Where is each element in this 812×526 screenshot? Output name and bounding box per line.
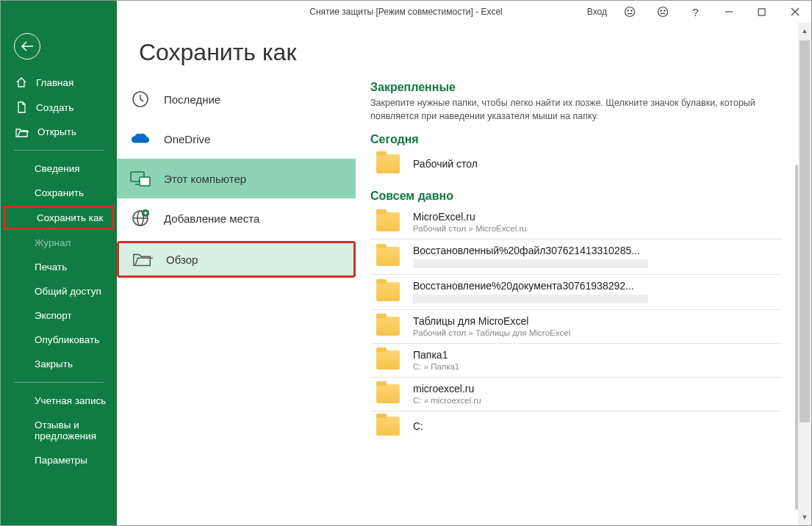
location-label: Этот компьютер <box>164 173 246 185</box>
location-recent[interactable]: Последние <box>117 79 356 119</box>
sidebar-feedback[interactable]: Отзывы и предложения <box>1 413 117 448</box>
location-onedrive[interactable]: OneDrive <box>117 119 356 159</box>
pinned-header: Закрепленные <box>370 81 782 94</box>
sidebar-account[interactable]: Учетная запись <box>1 389 117 413</box>
folder-icon <box>376 384 400 403</box>
scroll-up-icon[interactable]: ▲ <box>798 24 811 37</box>
folder-row[interactable]: microexcel.ruC: » microexcel.ru <box>370 378 782 411</box>
location-label: Обзор <box>166 253 198 266</box>
folder-row[interactable]: Восстановленный%20файл307621413310285... <box>370 239 782 275</box>
older-header: Совсем давно <box>370 190 782 203</box>
help-button[interactable]: ? <box>679 1 712 23</box>
scroll-down-icon[interactable]: ▼ <box>798 511 811 524</box>
scroll-thumb[interactable] <box>800 40 810 422</box>
sidebar-export[interactable]: Экспорт <box>1 303 117 328</box>
location-add-place[interactable]: Добавление места <box>117 198 356 238</box>
frown-feedback-icon[interactable] <box>646 1 679 23</box>
sidebar-info[interactable]: Сведения <box>1 156 117 181</box>
folder-text: Восстановленный%20файл307621413310285... <box>413 245 648 268</box>
svg-point-2 <box>630 10 631 11</box>
folder-path-redacted <box>413 259 648 268</box>
sidebar-open[interactable]: Открыть <box>1 120 117 144</box>
folder-name: MicroExcel.ru <box>413 211 527 223</box>
folder-row[interactable]: Рабочий стол <box>370 149 782 179</box>
location-label: Последние <box>164 93 220 106</box>
sidebar-options[interactable]: Параметры <box>1 448 117 472</box>
folder-icon <box>376 212 400 231</box>
sidebar-label: Создать <box>36 102 73 113</box>
window-scrollbar[interactable]: ▲ ▼ <box>798 23 811 525</box>
folder-name: Таблицы для MicroExcel <box>413 315 570 327</box>
folder-name: C: <box>413 420 423 432</box>
today-header: Сегодня <box>370 133 782 146</box>
location-list: Последние OneDrive Этот компьютер Добавл… <box>117 76 370 525</box>
folder-path: C: » microexcel.ru <box>413 396 481 405</box>
sidebar-save-as[interactable]: Сохранить как <box>4 206 114 230</box>
main-panel: Сохранить как Последние OneDrive Этот ко… <box>117 23 811 525</box>
svg-point-3 <box>658 7 667 17</box>
svg-point-5 <box>664 10 664 11</box>
svg-point-0 <box>625 7 634 17</box>
folder-text: Папка1C: » Папка1 <box>413 349 459 371</box>
folder-text: Рабочий стол <box>413 158 478 170</box>
folder-text: Восстановление%20документа30761938292... <box>413 280 648 303</box>
location-label: Добавление места <box>164 212 259 225</box>
maximize-button[interactable] <box>745 1 778 23</box>
sidebar-close[interactable]: Закрыть <box>1 352 117 376</box>
folder-row[interactable]: C: <box>370 411 782 442</box>
back-button[interactable] <box>14 33 40 60</box>
sidebar-label: Открыть <box>37 126 76 137</box>
folder-name: Рабочий стол <box>413 158 478 170</box>
clock-icon <box>130 89 151 109</box>
location-label: OneDrive <box>164 133 210 145</box>
folder-text: C: <box>413 420 423 432</box>
folder-icon <box>376 350 400 370</box>
folder-row[interactable]: MicroExcel.ruРабочий стол » MicroExcel.r… <box>370 206 782 239</box>
folder-path: Рабочий стол » MicroExcel.ru <box>413 224 527 233</box>
folder-name: Восстановление%20документа30761938292... <box>413 280 648 292</box>
close-button[interactable] <box>778 1 811 23</box>
svg-rect-12 <box>140 177 150 186</box>
folder-icon <box>376 317 400 336</box>
sidebar-new[interactable]: Создать <box>1 95 117 120</box>
minimize-button[interactable] <box>712 1 745 23</box>
folder-icon <box>376 247 400 266</box>
pinned-description: Закрепите нужные папки, чтобы легко найт… <box>370 97 782 123</box>
folder-path-redacted <box>413 295 648 303</box>
sidebar-separator <box>14 382 104 383</box>
sidebar-share[interactable]: Общий доступ <box>1 279 117 303</box>
folder-list: Закрепленные Закрепите нужные папки, что… <box>370 76 811 525</box>
sidebar-home[interactable]: Главная <box>1 70 117 95</box>
folder-text: MicroExcel.ruРабочий стол » MicroExcel.r… <box>413 211 527 233</box>
location-browse[interactable]: Обзор <box>117 241 356 278</box>
sidebar-separator <box>14 150 104 151</box>
folder-name: microexcel.ru <box>413 383 481 394</box>
folder-text: Таблицы для MicroExcelРабочий стол » Таб… <box>413 315 570 337</box>
folder-name: Восстановленный%20файл307621413310285... <box>413 245 648 256</box>
sidebar-publish[interactable]: Опубликовать <box>1 328 117 352</box>
folder-path: Рабочий стол » Таблицы для MicroExcel <box>413 328 570 337</box>
folder-path: C: » Папка1 <box>413 362 459 371</box>
add-place-icon <box>130 208 151 228</box>
sidebar-history: Журнал <box>1 231 117 255</box>
svg-point-1 <box>627 10 628 11</box>
folder-icon <box>376 154 400 173</box>
document-title: Снятие защиты [Режим совместимости] - Ex… <box>309 7 503 17</box>
location-this-pc[interactable]: Этот компьютер <box>117 159 356 198</box>
folder-row[interactable]: Восстановление%20документа30761938292... <box>370 275 782 310</box>
sign-in-button[interactable]: Вход <box>581 1 613 23</box>
title-bar: Снятие защиты [Режим совместимости] - Ex… <box>1 1 811 23</box>
folder-name: Папка1 <box>413 349 459 361</box>
svg-rect-7 <box>758 9 765 15</box>
smile-feedback-icon[interactable] <box>613 1 646 23</box>
folder-row[interactable]: Папка1C: » Папка1 <box>370 344 782 378</box>
this-pc-icon <box>130 168 151 189</box>
folder-text: microexcel.ruC: » microexcel.ru <box>413 383 481 405</box>
svg-point-4 <box>660 10 661 11</box>
onedrive-icon <box>130 129 151 149</box>
backstage-sidebar: Главная Создать Открыть Сведения Сохрани… <box>1 1 117 525</box>
sidebar-save[interactable]: Сохранить <box>1 181 117 205</box>
sidebar-print[interactable]: Печать <box>1 255 117 279</box>
page-title: Сохранить как <box>117 23 811 76</box>
folder-row[interactable]: Таблицы для MicroExcelРабочий стол » Таб… <box>370 310 782 344</box>
